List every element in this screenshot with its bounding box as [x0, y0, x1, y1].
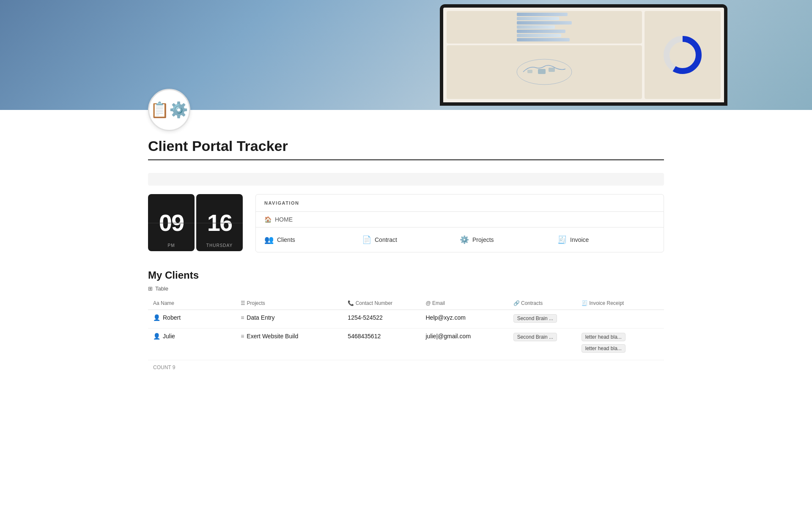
clock-hour-card: 09 PM: [148, 194, 195, 251]
col-header-projects: ☰ Projects: [236, 297, 343, 310]
col-email-icon: @: [426, 300, 433, 306]
project-cell: ≡Data Entry: [241, 314, 337, 321]
col-header-contact: 📞 Contact Number: [343, 297, 420, 310]
clock-day: THURSDAY: [206, 243, 233, 248]
table-header-row: Aa Name ☰ Projects 📞 Contact Number @ Em…: [148, 297, 664, 310]
nav-header: NAVIGATION: [256, 195, 664, 211]
email-cell: Help@xyz.com: [421, 310, 508, 329]
table-grid-icon: ⊞: [148, 285, 153, 292]
col-header-contracts: 🔗 Contracts: [508, 297, 576, 310]
client-name: Julie: [163, 333, 175, 340]
invoice-tag[interactable]: letter head bla...: [582, 333, 625, 341]
table-row[interactable]: 👤Robert≡Data Entry1254-524522Help@xyz.co…: [148, 310, 664, 329]
col-name-icon: Aa: [153, 300, 161, 306]
col-projects-icon: ☰: [241, 300, 247, 306]
contract-icon: 📄: [362, 235, 371, 244]
person-icon: 👤: [153, 314, 160, 321]
title-divider: [148, 159, 664, 160]
nav-link-projects[interactable]: ⚙️ Projects: [460, 233, 557, 246]
navigation-panel: NAVIGATION 🏠 HOME 👥 Clients 📄 Contract ⚙…: [255, 194, 664, 252]
nav-link-clients[interactable]: 👥 Clients: [264, 233, 362, 246]
nav-link-clients-label: Clients: [277, 236, 295, 243]
nav-link-invoice[interactable]: 🧾 Invoice: [557, 233, 655, 246]
count-value: 9: [173, 364, 176, 370]
count-row: COUNT 9: [148, 364, 664, 370]
nav-home-row[interactable]: 🏠 HOME: [256, 211, 664, 227]
clients-icon: 👥: [264, 235, 274, 244]
table-row[interactable]: 👤Julie≡Exert Website Build5468435612juli…: [148, 329, 664, 360]
layers-icon: ≡: [241, 333, 244, 340]
client-name: Robert: [163, 314, 181, 321]
clock-period: PM: [168, 243, 175, 248]
nav-link-invoice-label: Invoice: [570, 236, 589, 243]
email-cell: julie|@gmail.com: [421, 329, 508, 360]
contracts-cell: Second Brain ...: [508, 329, 576, 360]
clock-divider-2: [196, 223, 243, 223]
svg-rect-3: [527, 70, 532, 73]
home-icon: 🏠: [264, 216, 272, 223]
name-cell: 👤Julie: [153, 333, 230, 340]
gray-bar: [148, 173, 664, 186]
svg-rect-2: [549, 68, 555, 72]
nav-links-row: 👥 Clients 📄 Contract ⚙️ Projects 🧾 Invoi…: [256, 227, 664, 252]
contact-cell: 5468435612: [343, 329, 420, 360]
contract-tag[interactable]: Second Brain ...: [513, 333, 557, 341]
nav-home-label: HOME: [275, 216, 293, 223]
clock-minute-card: 16 THURSDAY: [196, 194, 243, 251]
project-name: Data Entry: [247, 314, 274, 321]
invoice-cell: [576, 310, 664, 329]
contact-cell: 1254-524522: [343, 310, 420, 329]
nav-link-projects-label: Projects: [472, 236, 494, 243]
count-label: COUNT: [153, 364, 173, 370]
layers-icon: ≡: [241, 314, 244, 321]
person-icon: 👤: [153, 333, 160, 340]
name-cell: 👤Robert: [153, 314, 230, 321]
col-contact-icon: 📞: [348, 300, 355, 306]
page-content: 📋⚙️ Client Portal Tracker 09 PM 16 THURS…: [110, 89, 702, 370]
invoice-tag[interactable]: letter head bla...: [582, 344, 625, 353]
nav-link-contract[interactable]: 📄 Contract: [362, 233, 460, 246]
widget-area: 09 PM 16 THURSDAY NAVIGATION 🏠 HOME 👥 Cl…: [148, 194, 664, 252]
my-clients-title: My Clients: [148, 269, 664, 281]
page-title: Client Portal Tracker: [148, 138, 664, 154]
project-cell: ≡Exert Website Build: [241, 333, 337, 340]
nav-link-contract-label: Contract: [375, 236, 397, 243]
col-header-name: Aa Name: [148, 297, 236, 310]
donut-chart-svg: [661, 34, 704, 76]
clock-divider: [148, 223, 195, 223]
invoice-icon: 🧾: [557, 235, 567, 244]
logo-icon: 📋⚙️: [150, 102, 188, 118]
clock-widget: 09 PM 16 THURSDAY: [148, 194, 243, 252]
projects-icon: ⚙️: [460, 235, 469, 244]
col-invoice-icon: 🧾: [582, 300, 589, 306]
contracts-cell: Second Brain ...: [508, 310, 576, 329]
invoice-cell: letter head bla...letter head bla...: [576, 329, 664, 360]
logo-area: 📋⚙️: [148, 89, 664, 131]
project-name: Exert Website Build: [247, 333, 298, 340]
contract-tag[interactable]: Second Brain ...: [513, 314, 557, 323]
clients-table: Aa Name ☰ Projects 📞 Contact Number @ Em…: [148, 297, 664, 360]
col-header-email: @ Email: [421, 297, 508, 310]
table-label-text: Table: [155, 285, 168, 292]
col-header-invoice: 🧾 Invoice Receipt: [576, 297, 664, 310]
logo-circle: 📋⚙️: [148, 89, 190, 131]
svg-rect-1: [538, 69, 546, 74]
world-map-svg: [515, 57, 574, 87]
table-label[interactable]: ⊞ Table: [148, 285, 664, 292]
col-contracts-icon: 🔗: [513, 300, 521, 306]
